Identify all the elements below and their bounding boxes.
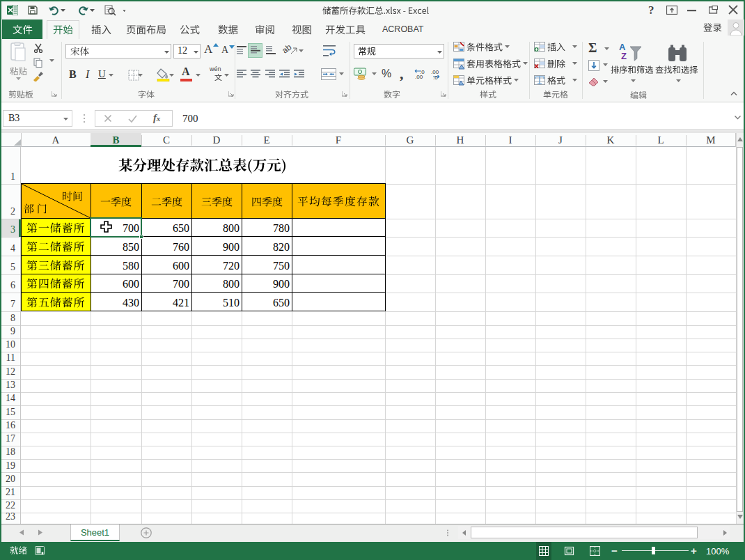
- svg-text:.0: .0: [420, 69, 425, 75]
- svg-text:.0: .0: [433, 75, 438, 79]
